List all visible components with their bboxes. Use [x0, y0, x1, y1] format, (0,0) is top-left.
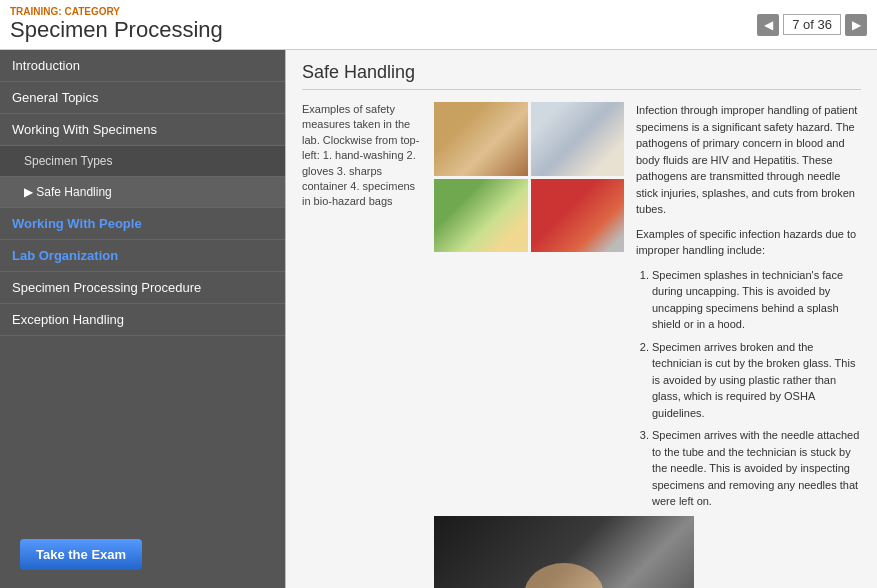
- bottom-section: ❚❚ 00:10 00:18 🔊 ⛶: [302, 516, 861, 589]
- page-title: Specimen Processing: [10, 17, 223, 43]
- sidebar-bottom: Take the Exam: [0, 521, 285, 588]
- image-specimens: [434, 179, 528, 253]
- hazard-item-1: Specimen splashes in technician's face d…: [652, 267, 861, 333]
- header-left: TRAINING: CATEGORY Specimen Processing: [10, 6, 223, 43]
- body-container: Introduction General Topics Working With…: [0, 50, 877, 588]
- sidebar: Introduction General Topics Working With…: [0, 50, 285, 588]
- video-container: ❚❚ 00:10 00:18 🔊 ⛶: [434, 516, 694, 589]
- hazard-list: Specimen splashes in technician's face d…: [652, 267, 861, 510]
- nav-controls: ◀ 7 of 36 ▶: [757, 14, 867, 36]
- video-spacer: [302, 516, 422, 589]
- top-section: Examples of safety measures taken in the…: [302, 102, 861, 516]
- training-text: TRAINING:: [10, 6, 62, 17]
- take-exam-button[interactable]: Take the Exam: [20, 539, 142, 570]
- sidebar-item-working-with-specimens[interactable]: Working With Specimens: [0, 114, 285, 146]
- main-paragraph-2: Examples of specific infection hazards d…: [636, 226, 861, 259]
- prev-button[interactable]: ◀: [757, 14, 779, 36]
- sidebar-item-exception-handling[interactable]: Exception Handling: [0, 304, 285, 336]
- next-button[interactable]: ▶: [845, 14, 867, 36]
- video-still: [434, 516, 694, 589]
- sidebar-item-specimen-processing-procedure[interactable]: Specimen Processing Procedure: [0, 272, 285, 304]
- content-title: Safe Handling: [302, 62, 861, 90]
- nav-counter: 7 of 36: [783, 14, 841, 35]
- header: TRAINING: CATEGORY Specimen Processing ◀…: [0, 0, 877, 50]
- image-sharps: [531, 179, 625, 253]
- category-text: CATEGORY: [64, 6, 120, 17]
- main-text: Infection through improper handling of p…: [636, 102, 861, 516]
- safe-handling-label: Safe Handling: [36, 185, 111, 199]
- sidebar-item-working-with-people[interactable]: Working With People: [0, 208, 285, 240]
- training-label: TRAINING: CATEGORY: [10, 6, 223, 17]
- image-grid: [434, 102, 624, 252]
- video-player: [434, 516, 694, 589]
- image-handwashing: [434, 102, 528, 176]
- chevron-icon: ▶: [24, 185, 36, 199]
- video-thumbnail: [524, 563, 604, 588]
- sidebar-item-lab-organization[interactable]: Lab Organization: [0, 240, 285, 272]
- sidebar-item-safe-handling[interactable]: ▶ Safe Handling: [0, 177, 285, 208]
- main-paragraph-1: Infection through improper handling of p…: [636, 102, 861, 218]
- hazard-item-2: Specimen arrives broken and the technici…: [652, 339, 861, 422]
- sidebar-item-introduction[interactable]: Introduction: [0, 50, 285, 82]
- image-caption: Examples of safety measures taken in the…: [302, 102, 422, 516]
- hazard-item-3: Specimen arrives with the needle attache…: [652, 427, 861, 510]
- sidebar-item-specimen-types[interactable]: Specimen Types: [0, 146, 285, 177]
- image-gloves: [531, 102, 625, 176]
- sidebar-item-general-topics[interactable]: General Topics: [0, 82, 285, 114]
- content-area: Safe Handling Examples of safety measure…: [285, 50, 877, 588]
